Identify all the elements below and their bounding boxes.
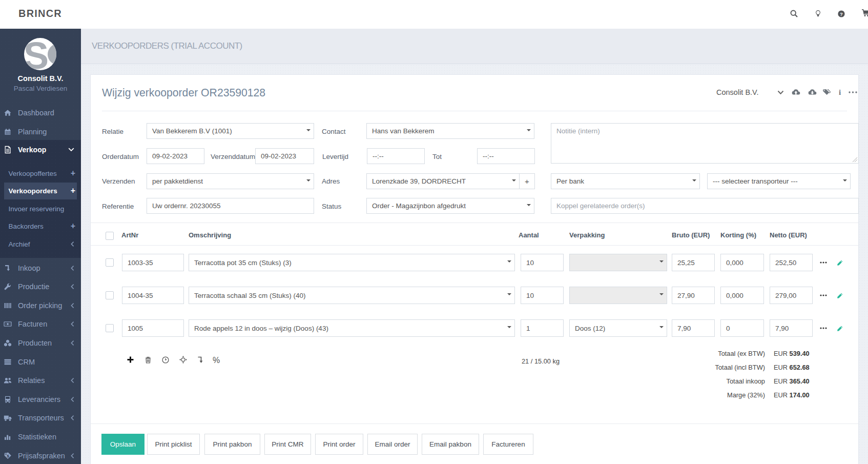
svg-text:?: ?	[840, 11, 843, 17]
svg-text:S: S	[24, 38, 49, 70]
